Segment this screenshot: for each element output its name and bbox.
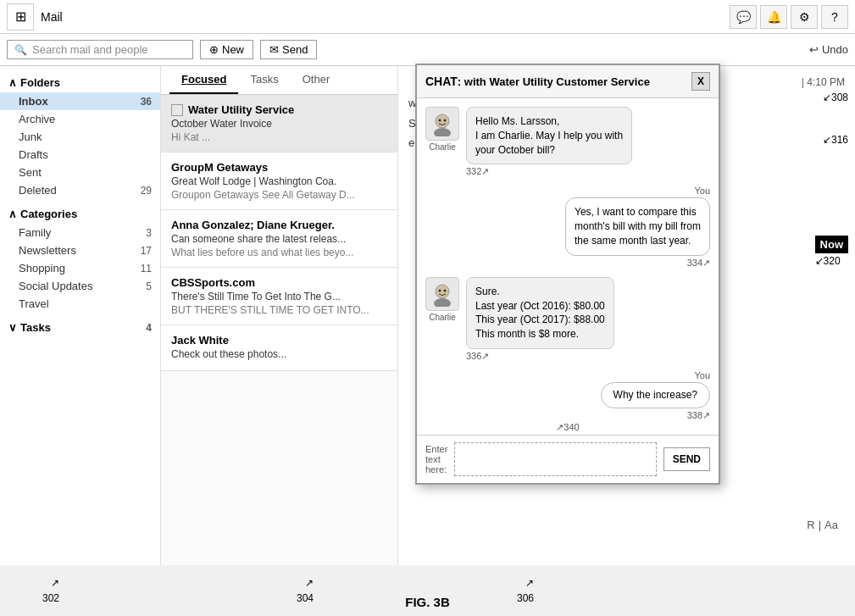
- inbox-label: Inbox: [19, 95, 48, 108]
- svg-point-0: [436, 114, 449, 128]
- email-tabs: Focused Tasks Other: [161, 66, 397, 95]
- tab-tasks[interactable]: Tasks: [238, 66, 290, 94]
- you-label-334: You: [694, 186, 710, 196]
- chat-overlay: CHAT: with Water Utility Customer Servic…: [415, 64, 720, 485]
- inbox-count: 36: [141, 96, 152, 108]
- chat-input-area: Entertexthere: SEND: [417, 435, 719, 483]
- chat-title-prefix: CHAT: [425, 75, 458, 88]
- format-separator: |: [819, 519, 821, 531]
- chat-bubble-338: Why the increase?: [601, 382, 710, 408]
- sidebar-item-drafts[interactable]: Drafts: [0, 146, 160, 164]
- chat-close-button[interactable]: X: [691, 72, 710, 91]
- chat-msg-334: You Yes, I want to compare thismonth's b…: [425, 186, 710, 268]
- app-grid-icon[interactable]: ⊞: [7, 3, 34, 31]
- email-subject-water: October Water Invoice: [171, 118, 387, 130]
- chat-icon-btn[interactable]: 💬: [730, 5, 757, 29]
- tab-focused[interactable]: Focused: [169, 66, 238, 94]
- fig-label: FIG. 3B: [405, 595, 450, 609]
- email-sender-jack: Jack White: [171, 334, 387, 347]
- now-button[interactable]: Now: [815, 236, 848, 253]
- newsletters-count: 17: [141, 245, 152, 257]
- folders-section-header[interactable]: ∧ Folders: [0, 73, 160, 92]
- categories-section-header[interactable]: ∧ Categories: [0, 204, 160, 224]
- app-title: Mail: [41, 10, 730, 24]
- ref-306: 306: [517, 592, 534, 604]
- svg-point-4: [436, 285, 449, 298]
- svg-point-3: [444, 119, 447, 122]
- deleted-label: Deleted: [19, 184, 57, 197]
- undo-button[interactable]: ↩ Undo: [809, 43, 848, 56]
- svg-point-6: [439, 289, 441, 291]
- email-subject-anna: Can someone share the latest releas...: [171, 233, 387, 245]
- email-timestamp: | 4:10 PM: [802, 76, 845, 88]
- tasks-count: 4: [146, 322, 152, 334]
- send-button[interactable]: ✉ Send: [260, 40, 317, 59]
- categories-label: Categories: [20, 208, 77, 220]
- sidebar-item-travel[interactable]: Travel: [0, 295, 160, 313]
- sidebar-item-family[interactable]: Family 3: [0, 224, 160, 241]
- charlie-avatar-2: [425, 277, 459, 311]
- sidebar-item-sent[interactable]: Sent: [0, 164, 160, 181]
- tasks-section-header[interactable]: ∨ Tasks 4: [0, 318, 160, 337]
- format-icon-r: R: [807, 519, 814, 531]
- msg-number-336: 336↗: [466, 351, 614, 362]
- social-count: 5: [146, 280, 152, 292]
- undo-icon: ↩: [809, 43, 819, 56]
- sidebar-item-deleted[interactable]: Deleted 29: [0, 181, 160, 199]
- title-bar: ⊞ Mail 💬 🔔 ⚙ ?: [0, 0, 855, 34]
- email-subject-jack: Check out these photos...: [171, 348, 387, 360]
- sidebar-item-newsletters[interactable]: Newsletters 17: [0, 241, 160, 259]
- chat-msg-332: Charlie Hello Ms. Larsson,I am Charlie. …: [425, 107, 710, 177]
- toolbar: 🔍 Search mail and people ⊕ New ✉ Send ↩ …: [0, 34, 855, 66]
- chat-header: CHAT: with Water Utility Customer Servic…: [417, 65, 719, 98]
- chat-title-suffix: : with Water Utility Customer Service: [458, 75, 650, 88]
- msg-number-334: 334↗: [687, 258, 710, 269]
- chat-msg-336: Charlie Sure.Last year (Oct 2016): $80.0…: [425, 277, 710, 362]
- search-icon: 🔍: [14, 44, 27, 56]
- search-box[interactable]: 🔍 Search mail and people: [7, 40, 193, 59]
- chat-bubble-332: Hello Ms. Larsson,I am Charlie. May I he…: [466, 107, 632, 164]
- folders-label: Folders: [20, 76, 60, 89]
- chevron-down-icon-tasks: ∨: [8, 321, 17, 334]
- chat-messages: Charlie Hello Ms. Larsson,I am Charlie. …: [417, 98, 719, 420]
- email-list: Focused Tasks Other Water Utility Servic…: [161, 66, 398, 565]
- sent-label: Sent: [19, 166, 42, 179]
- email-preview-water: Hi Kat ...: [171, 131, 387, 143]
- email-item-jack[interactable]: Jack White Check out these photos...: [161, 325, 397, 371]
- tasks-label: Tasks: [20, 321, 51, 334]
- arrow-306: ↗: [525, 577, 534, 589]
- chat-input-box[interactable]: [454, 442, 656, 476]
- email-item-anna[interactable]: Anna Gonzalez; Diane Krueger. Can someon…: [161, 210, 397, 268]
- sidebar-item-archive[interactable]: Archive: [0, 110, 160, 128]
- deleted-count: 29: [141, 185, 152, 197]
- sidebar-item-inbox[interactable]: Inbox 36: [0, 92, 160, 110]
- family-count: 3: [146, 227, 152, 239]
- ref-302: 302: [42, 592, 59, 604]
- chat-send-button[interactable]: SEND: [663, 447, 710, 471]
- sidebar-item-shopping[interactable]: Shopping 11: [0, 259, 160, 277]
- help-icon-btn[interactable]: ?: [821, 5, 848, 29]
- sidebar-item-social-updates[interactable]: Social Updates 5: [0, 277, 160, 295]
- email-preview-anna: What lies before us and what lies beyo..…: [171, 247, 387, 258]
- gear-icon-btn[interactable]: ⚙: [791, 5, 818, 29]
- tab-other[interactable]: Other: [291, 66, 342, 94]
- sidebar-item-junk[interactable]: Junk: [0, 128, 160, 146]
- email-preview-groupm: Groupon Getaways See All Getaway D...: [171, 189, 387, 201]
- email-item-cbs[interactable]: CBSSports.com There's Still Time To Get …: [161, 268, 397, 325]
- charlie-label-1: Charlie: [429, 142, 456, 152]
- arrow-302: ↗: [51, 577, 59, 589]
- email-subject-groupm: Great Wolf Lodge | Washington Coa.: [171, 175, 387, 187]
- email-item-groupm[interactable]: GroupM Getaways Great Wolf Lodge | Washi…: [161, 153, 397, 210]
- ref-320-area: Now ↙320: [815, 236, 848, 267]
- bottom-bar: ↗ 302 ↗ 304 ↗ 306 FIG. 3B: [0, 565, 855, 616]
- bell-icon-btn[interactable]: 🔔: [760, 5, 787, 29]
- email-checkbox-water[interactable]: [171, 104, 183, 116]
- chat-msg-338: You Why the increase? 338↗: [425, 370, 710, 420]
- svg-point-2: [439, 119, 441, 122]
- you-label-338: You: [694, 370, 710, 380]
- arrow-304: ↗: [305, 577, 314, 589]
- junk-label: Junk: [19, 130, 42, 143]
- email-item-water[interactable]: Water Utility Service October Water Invo…: [161, 95, 397, 153]
- svg-point-1: [434, 128, 451, 136]
- new-button[interactable]: ⊕ New: [200, 40, 253, 59]
